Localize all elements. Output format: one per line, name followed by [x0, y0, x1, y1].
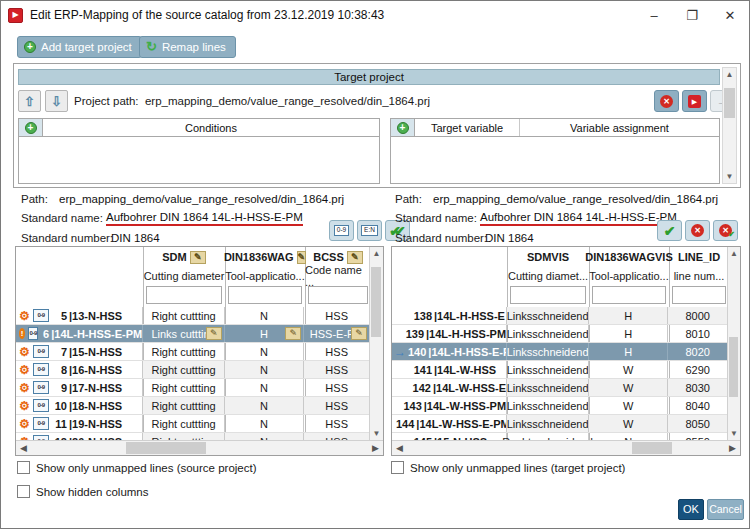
show-hidden-columns-checkbox[interactable]: Show hidden columns: [17, 485, 149, 498]
horizontal-scrollbar[interactable]: ◀ ▶: [16, 440, 383, 455]
scroll-up-arrow[interactable]: ▲: [723, 68, 736, 81]
table-row[interactable]: 142|14L-W-HSS-ELinksschneidendW8030: [392, 379, 727, 397]
column-filter-input[interactable]: [672, 286, 726, 304]
horizontal-scrollbar[interactable]: ◀ ▶: [392, 440, 740, 455]
maximize-button[interactable]: ❐: [673, 1, 711, 29]
cell-text: 8040: [685, 400, 709, 412]
table-row[interactable]: ⚙0-99|17-N-HSSRight cutttingNHSS: [16, 379, 369, 397]
conditions-table: + Conditions: [18, 118, 380, 184]
add-condition-button[interactable]: +: [19, 119, 43, 136]
vertical-scrollbar[interactable]: ▲ ▼: [727, 247, 740, 440]
column-header[interactable]: SDM✎: [143, 247, 225, 267]
close-button[interactable]: ✕: [711, 1, 749, 29]
line-value-cell: 8030: [667, 379, 727, 396]
scroll-right-arrow[interactable]: ▶: [368, 441, 383, 455]
scroll-thumb[interactable]: [724, 88, 735, 118]
column-subheader: line num...: [669, 267, 729, 284]
scroll-down-arrow[interactable]: ▼: [723, 170, 736, 183]
column-filter-input[interactable]: [592, 286, 666, 304]
ok-button[interactable]: OK: [678, 499, 704, 520]
show-unmapped-target-checkbox[interactable]: Show only unmapped lines (target project…: [391, 461, 625, 474]
target-path-label: Path:: [395, 193, 422, 205]
edit-cell-icon[interactable]: ✎: [285, 327, 301, 340]
column-header[interactable]: LINE_ID: [669, 247, 729, 267]
table-row[interactable]: !0-96|14L-H-HSS-E-PMLinks cuttting✎H✎HSS…: [16, 325, 369, 343]
minimize-button[interactable]: –: [635, 1, 673, 29]
scroll-up-arrow[interactable]: ▲: [728, 247, 740, 260]
column-header[interactable]: SDMVIS: [507, 247, 589, 267]
target-lines-table: SDMVISCutting diamet...DIN1836WAGVISTool…: [391, 246, 741, 456]
remove-and-confirm-button[interactable]: ✕✔: [713, 220, 738, 241]
column-header[interactable]: DIN1836WAG✎: [225, 247, 305, 267]
cancel-button[interactable]: Cancel: [707, 499, 744, 520]
table-row[interactable]: ⚙0-98|16-N-HSSRight cutttingNHSS: [16, 361, 369, 379]
column-header[interactable]: DIN1836WAGVIS: [589, 247, 669, 267]
table-row[interactable]: 143|14L-W-HSS-PMLinksschneidendW8040: [392, 397, 727, 415]
table-row[interactable]: ⚙0-911|19-N-HSSRight cutttingNHSS: [16, 415, 369, 433]
line-value-cell: N: [224, 361, 304, 378]
edit-cell-icon[interactable]: ✎: [206, 327, 222, 340]
filter-cell: [589, 284, 669, 307]
edit-column-icon[interactable]: ✎: [347, 251, 363, 264]
move-up-button[interactable]: ⇧: [18, 90, 41, 112]
cell-text: N: [260, 310, 268, 322]
scroll-thumb[interactable]: [729, 337, 738, 397]
scroll-left-arrow[interactable]: ◀: [392, 441, 407, 455]
scroll-thumb[interactable]: [126, 442, 206, 454]
column-filter-input[interactable]: [510, 286, 586, 304]
open-project-button[interactable]: ▶: [682, 90, 707, 112]
plus-icon: +: [24, 41, 36, 53]
table-row[interactable]: →140|14L-H-HSS-E-PMLinksschneidendH8020: [392, 343, 727, 361]
move-down-button[interactable]: ⇩: [45, 90, 68, 112]
edit-cell-icon[interactable]: ✎: [351, 327, 367, 340]
line-number: 8: [51, 364, 67, 376]
value-range-button[interactable]: 0-9: [329, 220, 354, 241]
expression-button[interactable]: E:N: [357, 220, 382, 241]
line-number: 141: [408, 364, 432, 376]
scroll-down-arrow[interactable]: ▼: [370, 427, 383, 440]
table-row[interactable]: 141|14L-W-HSSLinksschneidendW6290: [392, 361, 727, 379]
column-subheader: Cutting diamet...: [507, 267, 589, 284]
add-target-project-label: Add target project: [41, 41, 132, 53]
table-row[interactable]: 139|14L-H-HSS-PMLinksschneidendH8010: [392, 325, 727, 343]
table-row[interactable]: ⚙0-912|20-N-HSSRight cutttingNHSS: [16, 433, 369, 440]
line-value-cell: Right cuttting: [142, 397, 224, 414]
table-row[interactable]: 144|14L-W-HSS-E-PMLinksschneidendW8050: [392, 415, 727, 433]
add-assignment-button[interactable]: +: [391, 119, 415, 136]
line-id: |14L-H-HSS-PM: [426, 328, 506, 340]
scroll-down-arrow[interactable]: ▼: [728, 427, 740, 440]
line-value-cell: Right cuttting: [142, 307, 224, 324]
remove-mapping-button[interactable]: ✕: [685, 220, 710, 241]
table-row[interactable]: ⚙0-910|18-N-HSSRight cutttingNHSS: [16, 397, 369, 415]
table-row[interactable]: ⚙0-97|15-N-HSSRight cutttingNHSS: [16, 343, 369, 361]
delete-project-button[interactable]: ✕: [654, 90, 679, 112]
scroll-up-arrow[interactable]: ▲: [370, 247, 383, 260]
line-name-cell: →140|14L-H-HSS-E-PM: [392, 343, 506, 360]
panel-vertical-scrollbar[interactable]: ▲ ▼: [722, 67, 737, 184]
column-filter-input[interactable]: [308, 286, 368, 304]
scroll-left-arrow[interactable]: ◀: [16, 441, 31, 455]
source-path-value: erp_mapping_demo/value_range_resolved/di…: [59, 193, 344, 205]
column-header-label: LINE_ID: [678, 251, 720, 263]
cell-text: N: [260, 400, 268, 412]
table-row[interactable]: 138|14L-H-HSS-ELinksschneidendH8000: [392, 307, 727, 325]
table-row[interactable]: ⚙0-95|13-N-HSSRight cutttingNHSS: [16, 307, 369, 325]
scroll-thumb[interactable]: [632, 442, 672, 454]
line-name-cell: !0-96|14L-H-HSS-E-PM: [16, 325, 142, 342]
column-filter-input[interactable]: [228, 286, 302, 304]
scroll-right-arrow[interactable]: ▶: [725, 441, 740, 455]
show-hidden-columns-label: Show hidden columns: [36, 486, 149, 498]
table-row[interactable]: 145|15-N-HSSRechtsschneidendN2550: [392, 433, 727, 440]
column-filter-input[interactable]: [146, 286, 222, 304]
line-value-cell: HSS: [303, 379, 369, 396]
remap-lines-button[interactable]: ↻ Remap lines: [139, 36, 236, 58]
add-target-project-button[interactable]: + Add target project: [17, 36, 142, 58]
filter-cell: [305, 284, 371, 307]
line-value-cell: 6290: [667, 361, 727, 378]
confirm-mapping-button[interactable]: ✔: [657, 220, 682, 241]
edit-column-icon[interactable]: ✎: [190, 251, 206, 264]
vertical-scrollbar[interactable]: ▲ ▼: [369, 247, 383, 440]
cell-text: Right cuttting: [151, 364, 215, 376]
scroll-thumb[interactable]: [371, 267, 381, 337]
show-unmapped-source-checkbox[interactable]: Show only unmapped lines (source project…: [17, 461, 257, 474]
